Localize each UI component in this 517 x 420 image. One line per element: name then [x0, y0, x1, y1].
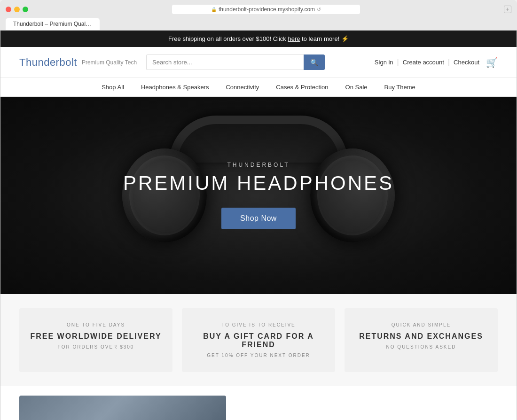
feature-title-1: Buy a Gift Card for a Friend	[191, 332, 326, 349]
search-bar: 🔍	[146, 54, 325, 70]
shop-now-button[interactable]: Shop Now	[221, 208, 296, 229]
hero-section: Thunderbolt Premium Headphones Shop Now	[0, 97, 517, 294]
bottom-section	[0, 386, 517, 420]
logo-tagline: Premium Quality Tech	[82, 59, 137, 66]
feature-overline-2: Quick and Simple	[354, 322, 488, 327]
product-preview-image	[19, 396, 226, 420]
maximize-button[interactable]	[23, 7, 28, 12]
cart-icon[interactable]: 🛒	[486, 57, 498, 68]
feature-sub-0: For Orders Over $300	[29, 344, 163, 350]
signin-link[interactable]: Sign in	[375, 59, 393, 66]
headband	[169, 116, 348, 163]
feature-card-returns: Quick and Simple Returns and Exchanges N…	[345, 308, 498, 372]
url-text: thunderbolt-providence.myshopify.com	[219, 6, 315, 13]
search-button[interactable]: 🔍	[304, 54, 325, 70]
checkout-link[interactable]: Checkout	[454, 59, 479, 66]
close-button[interactable]	[6, 7, 11, 12]
browser-tab[interactable]: Thunderbolt – Premium Quality Tech	[6, 18, 100, 30]
feature-title-0: Free Worldwide Delivery	[29, 332, 163, 341]
search-input[interactable]	[146, 54, 304, 70]
divider-1: |	[397, 58, 399, 67]
feature-sub-1: Get 10% Off Your Next Order	[191, 353, 326, 358]
announcement-bar: Free shipping on all orders over $100! C…	[0, 31, 517, 47]
logo-area: Thunderbolt Premium Quality Tech	[19, 56, 137, 69]
address-bar[interactable]: 🔒 thunderbolt-providence.myshopify.com ↺	[172, 5, 360, 14]
nav-buy-theme[interactable]: Buy Theme	[384, 84, 415, 91]
feature-sub-2: No Questions Asked	[354, 344, 488, 350]
create-account-link[interactable]: Create account	[403, 59, 444, 66]
announcement-link[interactable]: here	[288, 35, 300, 42]
minimize-button[interactable]	[14, 7, 20, 12]
divider-2: |	[448, 58, 450, 67]
browser-window-controls	[6, 7, 28, 12]
nav-shop-all[interactable]: Shop All	[102, 84, 124, 91]
browser-chrome: 🔒 thunderbolt-providence.myshopify.com ↺…	[0, 0, 517, 30]
search-icon: 🔍	[310, 59, 318, 66]
nav-headphones-speakers[interactable]: Headphones & Speakers	[141, 84, 209, 91]
website-container: Free shipping on all orders over $100! C…	[0, 30, 517, 420]
announcement-suffix: to learn more! ⚡	[300, 35, 348, 42]
features-section: One to Five Days Free Worldwide Delivery…	[0, 294, 517, 386]
hero-title: Premium Headphones	[123, 172, 394, 194]
feature-title-2: Returns and Exchanges	[354, 332, 488, 341]
feature-overline-0: One to Five Days	[29, 322, 163, 327]
main-nav: Shop All Headphones & Speakers Connectiv…	[0, 78, 517, 97]
hero-subtitle: Thunderbolt	[123, 162, 394, 168]
feature-card-delivery: One to Five Days Free Worldwide Delivery…	[19, 308, 172, 372]
nav-on-sale[interactable]: On Sale	[345, 84, 368, 91]
nav-connectivity[interactable]: Connectivity	[226, 84, 259, 91]
feature-overline-1: To Give Is to Receive	[191, 322, 326, 327]
logo[interactable]: Thunderbolt	[19, 56, 77, 69]
nav-cases-protection[interactable]: Cases & Protection	[276, 84, 328, 91]
site-header: Thunderbolt Premium Quality Tech 🔍 Sign …	[0, 47, 517, 78]
hero-content: Thunderbolt Premium Headphones Shop Now	[123, 162, 394, 229]
reload-icon: ↺	[317, 7, 321, 13]
announcement-text: Free shipping on all orders over $100! C…	[168, 35, 288, 42]
header-actions: Sign in | Create account | Checkout 🛒	[375, 57, 498, 68]
new-tab-button[interactable]: +	[504, 6, 511, 13]
feature-card-giftcard: To Give Is to Receive Buy a Gift Card fo…	[182, 308, 335, 372]
lock-icon: 🔒	[211, 7, 217, 12]
